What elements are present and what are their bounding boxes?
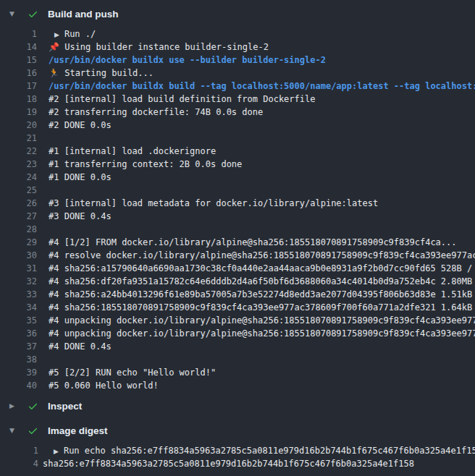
check-icon — [28, 425, 38, 436]
line-number[interactable]: 20 — [0, 119, 37, 132]
line-number[interactable]: 4 — [0, 457, 38, 470]
log-line: 40#5 0.060 Hello world! — [0, 379, 475, 392]
log-line: 1▶Run ./ — [0, 27, 475, 41]
chevron-down-icon[interactable]: ▼ — [9, 6, 17, 22]
check-icon — [28, 9, 38, 20]
log-text: #4 sha256:a15790640a6690aa1730c38cf0a440… — [49, 262, 475, 275]
log-text: #4 sha256:df20fa9351a15782c64e6dddb2d4a6… — [49, 275, 475, 288]
log-line: 32#4 sha256:df20fa9351a15782c64e6dddb2d4… — [0, 275, 475, 288]
section-header-inspect[interactable]: ▶ Inspect — [0, 398, 475, 414]
line-number[interactable]: 33 — [0, 288, 37, 301]
line-number[interactable]: 36 — [0, 327, 37, 340]
line-number[interactable]: 32 — [0, 275, 37, 288]
log-text: #4 sha256:185518070891758909c9f839cf4ca3… — [49, 301, 475, 314]
line-number[interactable]: 14 — [0, 41, 37, 54]
section-build-and-push: ▼ Build and push 1▶Run ./14📌 Using build… — [0, 6, 475, 392]
line-number[interactable]: 19 — [0, 106, 37, 119]
section-title[interactable]: Build and push — [48, 9, 119, 20]
line-number[interactable]: 1 — [0, 27, 37, 41]
log-text: #4 unpacking docker.io/library/alpine@sh… — [49, 327, 475, 340]
log-line: 34#4 sha256:185518070891758909c9f839cf4c… — [0, 301, 475, 314]
log-text: #5 0.060 Hello world! — [49, 379, 475, 392]
line-number[interactable]: 24 — [0, 171, 37, 184]
log-line: 22#1 [internal] load .dockerignore — [0, 145, 475, 158]
chevron-down-icon[interactable]: ▼ — [9, 422, 17, 438]
log-text: #4 unpacking docker.io/library/alpine@sh… — [49, 314, 475, 327]
log-line: 39#5 [2/2] RUN echo "Hello world!" — [0, 366, 475, 379]
line-number[interactable]: 39 — [0, 366, 37, 379]
log-line: 35#4 unpacking docker.io/library/alpine@… — [0, 314, 475, 327]
log-line: 18#2 [internal] load build definition fr… — [0, 93, 475, 106]
log-line: 1▶Run echo sha256:e7ff8834a5963a2785c5a0… — [0, 444, 475, 457]
log-text: #1 DONE 0.0s — [49, 171, 475, 184]
log-text: #2 DONE 0.0s — [49, 119, 475, 132]
log-line: 23#1 transferring context: 2B 0.0s done — [0, 158, 475, 171]
line-number[interactable]: 37 — [0, 340, 37, 353]
log-line: 38 — [0, 353, 475, 366]
log-text: sha256:e7ff8834a5963a2785c5a0811e979d16b… — [43, 457, 475, 470]
actions-log-viewer: ▼ Build and push 1▶Run ./14📌 Using build… — [0, 0, 475, 476]
log-line: 25 — [0, 184, 475, 197]
log-line: 4sha256:e7ff8834a5963a2785c5a0811e979d16… — [0, 457, 475, 470]
log-text: #2 [internal] load build definition from… — [49, 93, 475, 106]
log-line: 31#4 sha256:a15790640a6690aa1730c38cf0a4… — [0, 262, 475, 275]
line-number[interactable]: 18 — [0, 93, 37, 106]
run-command-text: ▶Run ./ — [49, 27, 475, 41]
log-text: 📌 Using builder instance builder-single-… — [49, 41, 475, 54]
line-number[interactable]: 38 — [0, 353, 37, 366]
log-text: #4 sha256:a24bb4013296f61e89ba57005a7b3e… — [49, 288, 475, 301]
section-title[interactable]: Image digest — [48, 425, 108, 436]
line-number[interactable]: 16 — [0, 67, 37, 80]
log-line: 28 — [0, 223, 475, 236]
chevron-right-icon[interactable]: ▶ — [9, 398, 17, 414]
log-line: 36#4 unpacking docker.io/library/alpine@… — [0, 327, 475, 340]
log-line: 15/usr/bin/docker buildx use --builder b… — [0, 54, 475, 67]
log-text: 🏃 Starting build... — [49, 67, 475, 80]
log-text: #3 DONE 0.4s — [49, 210, 475, 223]
log-line: 27#3 DONE 0.4s — [0, 210, 475, 223]
section-header-image-digest[interactable]: ▼ Image digest — [0, 422, 475, 438]
section-title[interactable]: Inspect — [48, 401, 82, 412]
run-toggle-icon[interactable]: ▶ — [54, 448, 59, 455]
line-number[interactable]: 27 — [0, 210, 37, 223]
log-text: #1 transferring context: 2B 0.0s done — [49, 158, 475, 171]
line-number[interactable]: 15 — [0, 54, 37, 67]
run-toggle-icon[interactable]: ▶ — [54, 31, 59, 38]
line-number[interactable]: 35 — [0, 314, 37, 327]
log-text: #4 [1/2] FROM docker.io/library/alpine@s… — [49, 236, 475, 249]
line-number[interactable]: 26 — [0, 197, 37, 210]
log-line: 21 — [0, 132, 475, 145]
check-icon — [28, 401, 38, 412]
line-number[interactable]: 28 — [0, 223, 37, 236]
log-text: #3 [internal] load metadata for docker.i… — [49, 197, 475, 210]
line-number[interactable]: 1 — [0, 444, 38, 457]
line-number[interactable]: 22 — [0, 145, 37, 158]
line-number[interactable]: 30 — [0, 249, 37, 262]
section-header-build-and-push[interactable]: ▼ Build and push — [0, 6, 475, 22]
log-line: 29#4 [1/2] FROM docker.io/library/alpine… — [0, 236, 475, 249]
log-line: 37#4 DONE 0.4s — [0, 340, 475, 353]
section-inspect: ▶ Inspect — [0, 398, 475, 414]
line-number[interactable]: 23 — [0, 158, 37, 171]
log-line: 30#4 resolve docker.io/library/alpine@sh… — [0, 249, 475, 262]
line-number[interactable]: 40 — [0, 379, 37, 392]
log-text: /usr/bin/docker buildx build --tag local… — [49, 80, 475, 93]
log-lines-build-and-push: 1▶Run ./14📌 Using builder instance build… — [0, 27, 475, 392]
line-number[interactable]: 31 — [0, 262, 37, 275]
log-text: #5 [2/2] RUN echo "Hello world!" — [49, 366, 475, 379]
log-line: 26#3 [internal] load metadata for docker… — [0, 197, 475, 210]
log-text: #2 transferring dockerfile: 74B 0.0s don… — [49, 106, 475, 119]
log-line: 16🏃 Starting build... — [0, 67, 475, 80]
log-line: 17/usr/bin/docker buildx build --tag loc… — [0, 80, 475, 93]
log-text: /usr/bin/docker buildx use --builder bui… — [49, 54, 475, 67]
log-line: 33#4 sha256:a24bb4013296f61e89ba57005a7b… — [0, 288, 475, 301]
log-text: #4 resolve docker.io/library/alpine@sha2… — [49, 249, 475, 262]
line-number[interactable]: 21 — [0, 132, 37, 145]
line-number[interactable]: 25 — [0, 184, 37, 197]
line-number[interactable]: 17 — [0, 80, 37, 93]
log-line: 19#2 transferring dockerfile: 74B 0.0s d… — [0, 106, 475, 119]
line-number[interactable]: 34 — [0, 301, 37, 314]
line-number[interactable]: 29 — [0, 236, 37, 249]
log-lines-image-digest: 1▶Run echo sha256:e7ff8834a5963a2785c5a0… — [0, 444, 475, 470]
log-text: #1 [internal] load .dockerignore — [49, 145, 475, 158]
